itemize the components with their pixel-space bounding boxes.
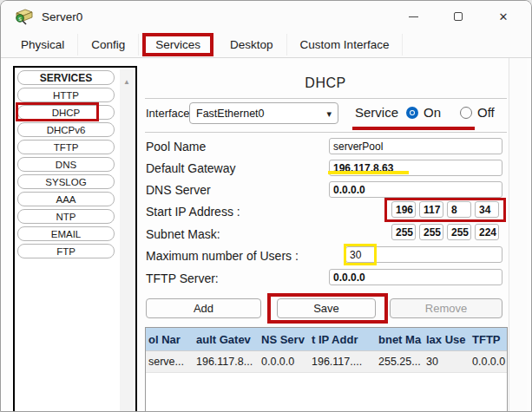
pool-name-input[interactable] <box>329 138 502 154</box>
svg-text:s: s <box>18 16 22 23</box>
start-ip-octet-2[interactable]: 117 <box>419 201 443 218</box>
max-users-input[interactable] <box>345 246 502 263</box>
start-ip-octet-3[interactable]: 8 <box>447 201 471 218</box>
interface-select[interactable]: FastEthernet0 <box>189 102 338 124</box>
service-label: Service <box>355 105 398 120</box>
table-row[interactable]: serve... 196.117.8... 0.0.0.0 196.117...… <box>146 351 507 373</box>
table-cell: 196.117.8... <box>194 356 259 368</box>
add-button[interactable]: Add <box>146 298 261 318</box>
tftp-server-label: TFTP Server: <box>146 271 219 285</box>
interface-select-value: FastEthernet0 <box>196 108 265 120</box>
sidebar-item-ntp[interactable]: NTP <box>17 209 115 224</box>
start-ip-octet-4[interactable]: 34 <box>475 201 499 218</box>
table-header-cell[interactable]: bnet Ma <box>376 333 424 346</box>
table-cell: 0.0.0.0 <box>259 356 309 368</box>
subnet-octet-4[interactable]: 224 <box>475 224 499 240</box>
close-button[interactable] <box>481 1 526 32</box>
page-title: DHCP <box>144 75 507 91</box>
window-title: Server0 <box>42 10 82 23</box>
interface-label: Interface <box>146 107 190 120</box>
table-cell: 255.25... <box>376 356 424 368</box>
chevron-down-icon <box>326 108 332 120</box>
subnet-octet-3[interactable]: 255 <box>447 224 471 240</box>
save-button[interactable]: Save <box>277 298 376 318</box>
start-ip-octet-1[interactable]: 196 <box>391 201 416 218</box>
sidebar-item-tftp[interactable]: TFTP <box>17 140 115 154</box>
table-header-cell[interactable]: TFTP <box>470 333 508 346</box>
pools-table: ol Nar ault Gatev NS Serv t IP Addr bnet… <box>145 327 508 412</box>
scroll-up-icon[interactable] <box>120 72 134 88</box>
sidebar-item-http[interactable]: HTTP <box>17 88 115 102</box>
table-cell: serve... <box>146 356 194 368</box>
service-on-radio[interactable] <box>406 107 418 119</box>
minimize-icon <box>409 16 418 17</box>
titlebar: s Server0 <box>1 1 531 32</box>
right-gutter <box>509 58 527 412</box>
services-list: SERVICES HTTP DHCP DHCPv6 TFTP DNS SYSLO… <box>17 70 115 261</box>
table-cell: 0.0.0.0 <box>470 356 508 368</box>
close-icon <box>499 9 509 24</box>
dns-server-label: DNS Server <box>146 183 211 197</box>
sidebar-item-dns[interactable]: DNS <box>17 157 115 172</box>
subnet-mask-label: Subnet Mask: <box>146 227 220 241</box>
minimize-button[interactable] <box>391 1 436 32</box>
services-panel: SERVICES HTTP DHCP DHCPv6 TFTP DNS SYSLO… <box>13 66 137 412</box>
default-gateway-input[interactable] <box>329 160 502 176</box>
pool-name-label: Pool Name <box>146 140 206 154</box>
tftp-server-input[interactable] <box>329 269 502 285</box>
tab-bar: Physical Config Services Desktop Custom … <box>1 32 531 58</box>
table-cell: 196.117.... <box>309 356 376 368</box>
table-header-cell[interactable]: t IP Addr <box>309 333 376 346</box>
table-header-cell[interactable]: lax Use <box>424 333 470 346</box>
start-ip-label: Start IP Address : <box>146 205 240 219</box>
table-header-cell[interactable]: ault Gatev <box>194 333 259 346</box>
table-cell: 30 <box>424 356 470 368</box>
tab-physical[interactable]: Physical <box>8 34 78 56</box>
service-off-label: Off <box>477 105 495 120</box>
annotation-underline-service <box>352 127 475 130</box>
sidebar-item-dhcpv6[interactable]: DHCPv6 <box>17 122 115 137</box>
server-icon: s <box>15 8 34 25</box>
default-gateway-label: Default Gateway <box>146 161 236 175</box>
sidebar-item-syslog[interactable]: SYSLOG <box>17 174 115 189</box>
separator <box>145 132 507 133</box>
tab-services[interactable]: Services <box>142 33 213 56</box>
server0-window: s Server0 Physical Config Services Deskt… <box>0 0 532 412</box>
tab-custom-interface[interactable]: Custom Interface <box>287 34 404 56</box>
tab-desktop[interactable]: Desktop <box>217 34 287 56</box>
subnet-octet-2[interactable]: 255 <box>419 224 443 240</box>
service-on-label: On <box>424 105 441 120</box>
table-header-row: ol Nar ault Gatev NS Serv t IP Addr bnet… <box>146 328 507 351</box>
separator <box>145 98 507 99</box>
maximize-button[interactable] <box>436 1 481 32</box>
sidebar-item-dhcp[interactable]: DHCP <box>17 105 115 120</box>
sidebar-scrollbar[interactable] <box>120 69 134 412</box>
subnet-octet-1[interactable]: 255 <box>391 224 416 240</box>
service-off-radio[interactable] <box>460 107 472 119</box>
dns-server-input[interactable] <box>329 181 502 198</box>
services-panel-header: SERVICES <box>17 70 115 85</box>
max-users-label: Maximum number of Users : <box>146 249 299 263</box>
maximize-icon <box>454 12 463 21</box>
remove-button[interactable]: Remove <box>390 298 502 318</box>
sidebar-item-email[interactable]: EMAIL <box>17 226 115 241</box>
table-header-cell[interactable]: NS Serv <box>259 333 309 346</box>
table-header-cell[interactable]: ol Nar <box>146 333 194 346</box>
sidebar-item-aaa[interactable]: AAA <box>17 192 115 206</box>
tab-config[interactable]: Config <box>78 34 139 56</box>
content-area: SERVICES HTTP DHCP DHCPv6 TFTP DNS SYSLO… <box>1 58 531 412</box>
sidebar-item-ftp[interactable]: FTP <box>17 244 115 258</box>
